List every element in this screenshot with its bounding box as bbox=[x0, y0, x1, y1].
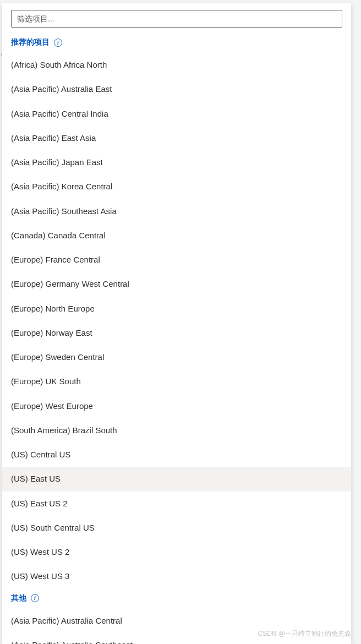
region-option[interactable]: (Asia Pacific) Australia Central bbox=[2, 609, 351, 633]
filter-input[interactable] bbox=[11, 10, 342, 28]
region-option[interactable]: (Europe) UK South bbox=[2, 369, 351, 394]
section-header-recommended: 推荐的项目 i bbox=[2, 33, 351, 53]
region-option[interactable]: (Asia Pacific) Central India bbox=[2, 102, 351, 126]
region-option[interactable]: (Canada) Canada Central bbox=[2, 223, 351, 248]
recommended-list: (Africa) South Africa North (Asia Pacifi… bbox=[2, 53, 351, 589]
info-icon[interactable]: i bbox=[54, 39, 62, 47]
region-option[interactable]: (US) West US 2 bbox=[2, 540, 351, 564]
section-title-other: 其他 bbox=[11, 593, 26, 603]
region-option[interactable]: (US) Central US bbox=[2, 443, 351, 467]
region-dropdown-panel: 推荐的项目 i (Africa) South Africa North (Asi… bbox=[2, 3, 351, 644]
filter-wrap bbox=[2, 3, 351, 33]
region-option[interactable]: (Asia Pacific) Korea Central bbox=[2, 174, 351, 199]
region-option[interactable]: (Europe) West Europe bbox=[2, 394, 351, 418]
region-option[interactable]: (Asia Pacific) Southeast Asia bbox=[2, 199, 351, 223]
region-option[interactable]: (Europe) France Central bbox=[2, 248, 351, 272]
region-option[interactable]: (Europe) Germany West Central bbox=[2, 272, 351, 296]
region-option[interactable]: (Europe) Norway East bbox=[2, 321, 351, 345]
region-option[interactable]: (Europe) North Europe bbox=[2, 297, 351, 321]
section-title-recommended: 推荐的项目 bbox=[11, 37, 50, 47]
region-option[interactable]: (Asia Pacific) Japan East bbox=[2, 150, 351, 174]
region-option[interactable]: (Europe) Sweden Central bbox=[2, 345, 351, 369]
section-header-other: 其他 i bbox=[2, 589, 351, 609]
region-option[interactable]: (Asia Pacific) East Asia bbox=[2, 126, 351, 150]
region-option[interactable]: (US) South Central US bbox=[2, 516, 351, 540]
other-list: (Asia Pacific) Australia Central (Asia P… bbox=[2, 609, 351, 645]
region-option[interactable]: (US) East US 2 bbox=[2, 492, 351, 516]
region-option[interactable]: (South America) Brazil South bbox=[2, 418, 351, 443]
info-icon[interactable]: i bbox=[31, 594, 39, 602]
region-option[interactable]: (US) East US bbox=[2, 467, 351, 491]
region-option[interactable]: (Asia Pacific) Australia Southeast bbox=[2, 633, 351, 644]
region-option[interactable]: (Asia Pacific) Australia East bbox=[2, 77, 351, 101]
region-option[interactable]: (US) West US 3 bbox=[2, 564, 351, 588]
region-option[interactable]: (Africa) South Africa North bbox=[2, 53, 351, 77]
